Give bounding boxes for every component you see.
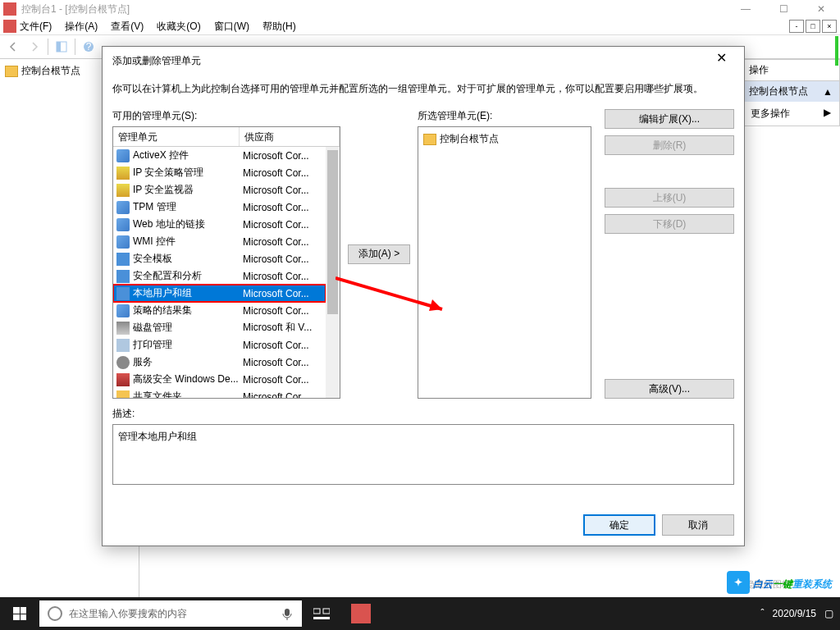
svg-rect-1 [57,42,61,52]
snapin-icon [116,218,130,231]
col-vendor[interactable]: 供应商 [240,127,340,146]
back-button[interactable] [3,37,23,57]
selected-listbox[interactable]: 控制台根节点 [418,126,591,399]
mdi-controls: - □ × [789,20,837,33]
tree-root-label: 控制台根节点 [21,64,80,78]
snapin-vendor: Microsoft Cor... [240,185,326,196]
minimize-button[interactable]: — [727,0,765,18]
menu-view[interactable]: 查看(V) [111,20,144,34]
tray-date[interactable]: 2020/9/15 [773,608,816,619]
mdi-restore[interactable]: □ [806,20,820,33]
snapin-vendor: Microsoft Cor... [240,305,326,317]
move-up-button[interactable]: 上移(U) [605,188,734,208]
snapin-vendor: Microsoft Cor... [240,236,326,248]
menu-window[interactable]: 窗口(W) [214,20,249,34]
forward-button[interactable] [25,37,44,57]
more-actions[interactable]: 更多操作 [751,107,790,119]
menu-file[interactable]: 文件(F) [20,20,52,34]
mic-icon[interactable] [281,607,294,620]
windows-logo-icon [13,607,26,620]
snapin-vendor: Microsoft Cor... [240,150,326,162]
snapin-row[interactable]: 安全配置和分析Microsoft Cor... [113,267,326,285]
collapse-icon[interactable]: ▲ [823,86,833,98]
selected-column: 所选管理单元(E): 控制台根节点 [418,109,591,399]
snapin-icon [116,149,130,162]
snapin-row[interactable]: 磁盘管理Microsoft 和 V... [113,319,326,336]
snapin-row[interactable]: 安全模板Microsoft Cor... [113,250,326,267]
snapin-row[interactable]: IP 安全策略管理Microsoft Cor... [113,164,326,181]
snapin-row[interactable]: Web 地址的链接Microsoft Cor... [113,216,326,233]
snapin-vendor: Microsoft Cor... [240,391,326,399]
snapin-icon [116,167,130,180]
remove-button[interactable]: 删除(R) [605,135,734,155]
resource-indicator [835,36,838,66]
search-box[interactable]: 在这里输入你要搜索的内容 [39,600,302,627]
show-hide-tree-button[interactable] [52,37,71,57]
snapin-row[interactable]: TPM 管理Microsoft Cor... [113,199,326,216]
snapin-name: IP 安全策略管理 [133,166,240,180]
available-listbox[interactable]: 管理单元 供应商 ActiveX 控件Microsoft Cor...IP 安全… [112,126,340,399]
snapin-vendor: Microsoft Cor... [240,219,326,231]
snapin-vendor: Microsoft Cor... [240,167,326,179]
middle-column: 添加(A) > [347,109,411,399]
snapin-name: 本地用户和组 [133,286,240,300]
svg-rect-7 [313,609,320,614]
scrollbar[interactable] [326,147,340,398]
snapin-name: 共享文件夹 [133,390,240,399]
move-down-button[interactable]: 下移(D) [605,214,734,234]
dialog-titlebar: 添加或删除管理单元 ✕ [103,47,744,75]
snapin-name: 磁盘管理 [133,321,240,335]
mdi-minimize[interactable]: - [789,20,804,33]
col-snapin[interactable]: 管理单元 [113,127,240,146]
snapin-name: Web 地址的链接 [133,217,240,231]
search-placeholder: 在这里输入你要搜索的内容 [69,607,187,621]
menu-favorites[interactable]: 收藏夹(O) [157,20,200,34]
snapin-icon [116,304,130,317]
svg-rect-9 [313,617,330,619]
twitter-icon: ✦ [727,571,750,594]
folder-icon [5,66,18,77]
maximize-button[interactable]: ☐ [765,0,802,18]
pinned-mmc[interactable] [341,597,381,630]
button-column: 编辑扩展(X)... 删除(R) 上移(U) 下移(D) 高级(V)... [598,109,734,399]
help-button[interactable]: ? [79,37,98,57]
selected-root-item[interactable]: 控制台根节点 [422,130,587,148]
dialog-close-button[interactable]: ✕ [708,50,734,71]
task-view-button[interactable] [302,597,341,630]
edit-extensions-button[interactable]: 编辑扩展(X)... [605,109,734,129]
snapin-icon [116,201,130,214]
snapin-icon [116,373,130,386]
start-button[interactable] [0,597,39,630]
snapin-row[interactable]: 打印管理Microsoft Cor... [113,336,326,354]
menu-action[interactable]: 操作(A) [65,20,98,34]
snapin-vendor: Microsoft Cor... [240,253,326,265]
ok-button[interactable]: 确定 [583,514,655,536]
snapin-row[interactable]: 服务Microsoft Cor... [113,354,326,371]
actions-body: 更多操作 ▶ [742,102,839,126]
dialog-body: 可用的管理单元(S): 管理单元 供应商 ActiveX 控件Microsoft… [103,109,744,399]
snapin-row[interactable]: 本地用户和组Microsoft Cor... [113,285,326,302]
snapin-vendor: Microsoft Cor... [240,374,326,386]
task-icons [302,597,381,630]
tray-chevron-icon[interactable]: ˆ [761,608,765,619]
folder-icon [423,134,436,145]
cancel-button[interactable]: 取消 [662,514,734,536]
advanced-button[interactable]: 高级(V)... [605,379,734,399]
snapin-vendor: Microsoft Cor... [240,340,326,351]
scrollbar-thumb[interactable] [327,150,338,314]
cortana-icon [48,606,62,621]
add-button[interactable]: 添加(A) > [348,244,410,264]
mdi-close[interactable]: × [822,20,837,33]
snapin-row[interactable]: 策略的结果集Microsoft Cor... [113,302,326,319]
close-button[interactable]: ✕ [802,0,840,18]
snapin-row[interactable]: 共享文件夹Microsoft Cor... [113,388,326,399]
app-icon [3,2,16,16]
snapin-row[interactable]: 高级安全 Windows De...Microsoft Cor... [113,371,326,388]
snapin-name: 策略的结果集 [133,304,240,317]
snapin-row[interactable]: ActiveX 控件Microsoft Cor... [113,147,326,164]
snapin-row[interactable]: WMI 控件Microsoft Cor... [113,233,326,250]
menu-help[interactable]: 帮助(H) [262,20,296,34]
snapin-row[interactable]: IP 安全监视器Microsoft Cor... [113,181,326,199]
notification-icon[interactable]: ▢ [824,608,833,619]
snapin-name: 安全配置和分析 [133,269,240,283]
